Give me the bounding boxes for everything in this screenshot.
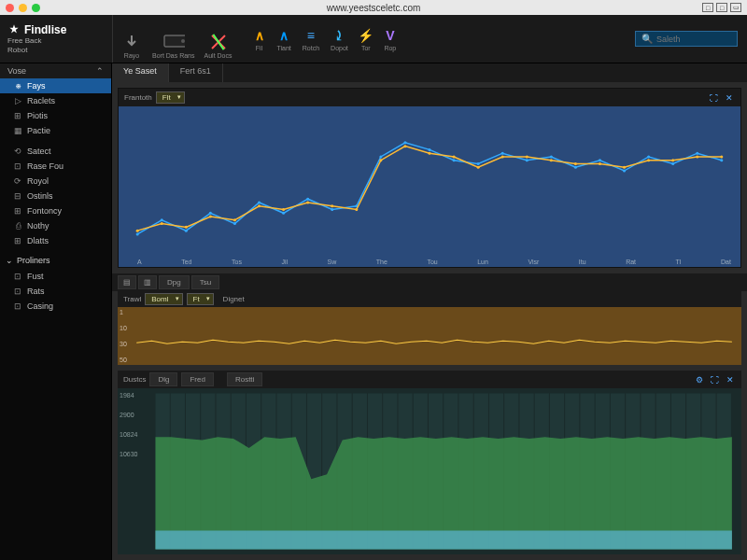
sidebar-item-ostinls[interactable]: ⊟Ostinls [0,189,111,203]
svg-point-36 [355,208,358,211]
svg-point-44 [550,159,553,161]
tool-small-0[interactable]: ∧Fil [247,24,272,53]
sidebar-item-nothy[interactable]: ⎙Nothy [0,218,111,233]
subtab-icon-0[interactable]: ▤ [118,275,136,289]
svg-point-25 [696,152,698,155]
subtab-1[interactable]: Tsu [191,275,219,289]
svg-point-37 [379,159,382,161]
maximize-window[interactable] [32,4,40,12]
monitor-icon [162,34,185,50]
panel1-dropdown[interactable]: Flt [156,91,185,104]
sidebar: Vose ⌃ ⎈Fays▷Raclets⊞Piotis▦Pactie ⟲Sate… [0,63,112,560]
sidebar-item-satect[interactable]: ⟲Satect [0,144,111,159]
svg-point-34 [306,201,309,203]
tool-small-icon: V [384,26,397,45]
svg-point-13 [403,141,406,144]
sidebar-item-icon: ⊡ [13,287,22,296]
tool-small-5[interactable]: VRop [378,24,402,53]
sidebar-item-pactie[interactable]: ▦Pactie [0,123,111,138]
svg-point-35 [331,204,333,207]
sidebar-item-piotis[interactable]: ⊞Piotis [0,108,111,123]
chart1: ATedTosJilSwTheTouLunVisrItuRatTlDat [119,106,740,267]
sidebar-item-icon: ⊡ [13,161,22,171]
panel3-action-settings[interactable]: ⚙ [694,375,705,385]
tab-0[interactable]: Ye Saset [112,63,169,82]
subtab-icon-1[interactable]: ▥ [138,275,157,289]
panel3-action-close[interactable]: ✕ [725,375,736,385]
svg-point-7 [258,201,261,203]
sidebar-item-icon: ⊡ [13,301,22,311]
panel-chart3: Dustcs Dlg Fred Rostti ⚙ ⛶ ✕ 19842900108… [118,371,741,554]
sidebar-item-rase fou[interactable]: ⊡Rase Fou [0,159,111,174]
svg-point-45 [574,162,577,165]
sidebar-section-proliners[interactable]: ⌄ Proliners [0,252,111,269]
tool-bort[interactable]: Bort Das Rans [148,31,199,61]
search-input[interactable] [656,35,731,44]
window-buttons-right: □ □ ▭ [702,3,741,12]
tool-ault[interactable]: Ault Docs [201,31,236,61]
sidebar-item-icon: ⟳ [13,176,22,186]
search-box[interactable]: 🔍 [635,31,738,47]
panel1-action-close[interactable]: ✕ [724,93,735,103]
sidebar-header[interactable]: Vose ⌃ [0,63,111,78]
panel1-action-expand[interactable]: ⛶ [708,93,720,103]
tab-1[interactable]: Fert 6s1 [169,63,223,82]
svg-point-1 [181,39,185,43]
sidebar-item-fontoncy[interactable]: ⊞Fontoncy [0,203,111,218]
brand-sub1: Free Back [7,37,105,46]
sidebar-item-icon: ⎙ [13,221,22,231]
topbar: Findlise Free Back Robot Rayo Bort Das R… [0,15,747,63]
svg-point-48 [647,159,650,161]
panel1-head: Frantoth Flt ⛶ ✕ [119,89,740,106]
sidebar-item-rats[interactable]: ⊡Rats [0,284,111,299]
sidebar-item-raclets[interactable]: ▷Raclets [0,93,111,108]
tool-small-icon: ⤸ [332,26,345,45]
sidebar-item-casing[interactable]: ⊡Casing [0,299,111,314]
win-btn-1[interactable]: □ [702,3,713,12]
panel3-tab-0[interactable]: Dlg [149,372,177,386]
svg-point-31 [233,218,236,221]
svg-point-49 [671,159,674,161]
svg-point-26 [720,159,723,161]
subtab-0[interactable]: Dpg [159,275,190,289]
win-btn-3[interactable]: ▭ [730,3,741,12]
svg-point-5 [209,212,212,215]
tool-small-2[interactable]: ≡Rotch [297,24,325,53]
minimize-window[interactable] [19,4,27,12]
panel3-tab-1[interactable]: Fred [181,372,213,386]
tool-small-icon: ∧ [253,26,266,45]
panel2-dropdown2[interactable]: Ft [187,293,214,305]
close-window[interactable] [6,4,14,12]
panel3-action-expand[interactable]: ⛶ [709,375,721,385]
tool-small-3[interactable]: ⤸Dopot [325,24,354,53]
sidebar-item-fays[interactable]: ⎈Fays [0,78,111,93]
brand-sub2: Robot [7,47,105,55]
arrow-down-icon [121,34,142,50]
win-btn-2[interactable]: □ [716,3,727,12]
svg-point-28 [161,222,163,225]
panel2-head: Trawl Boml Ft Dignet [118,291,741,307]
svg-point-33 [282,208,285,211]
svg-point-9 [306,198,309,201]
tool-small-4[interactable]: ⚡Tor [354,24,378,53]
svg-point-18 [526,159,529,161]
sidebar-item-royol[interactable]: ⟳Royol [0,174,111,189]
svg-point-6 [233,222,236,225]
toolgroup-main: Rayo Bort Das Rans Ault Docs [112,15,240,63]
toolgroup-small: ∧Fil∧Tiant≡Rotch⤸Dopot⚡TorVRop [240,24,402,53]
sidebar-item-dlatts[interactable]: ⊞Dlatts [0,233,111,248]
main-area: Ye SasetFert 6s1 Frantoth Flt ⛶ ✕ ATedTo… [112,63,747,560]
main-tabs: Ye SasetFert 6s1 [112,63,747,82]
search-wrap: 🔍 [635,31,738,47]
panel3-head: Dustcs Dlg Fred Rostti ⚙ ⛶ ✕ [118,371,741,388]
panel2-dropdown1[interactable]: Boml [145,293,182,305]
tool-rayo[interactable]: Rayo [117,31,147,61]
window-controls [6,4,40,12]
svg-point-10 [331,208,333,211]
panel3-btn[interactable]: Rostti [227,372,262,386]
tool-small-1[interactable]: ∧Tiant [272,24,297,53]
url-text: www.yeestsceletc.com [327,3,421,13]
tool-small-icon: ∧ [277,26,290,45]
sidebar-item-fust[interactable]: ⊡Fust [0,269,111,284]
svg-point-17 [501,152,504,155]
